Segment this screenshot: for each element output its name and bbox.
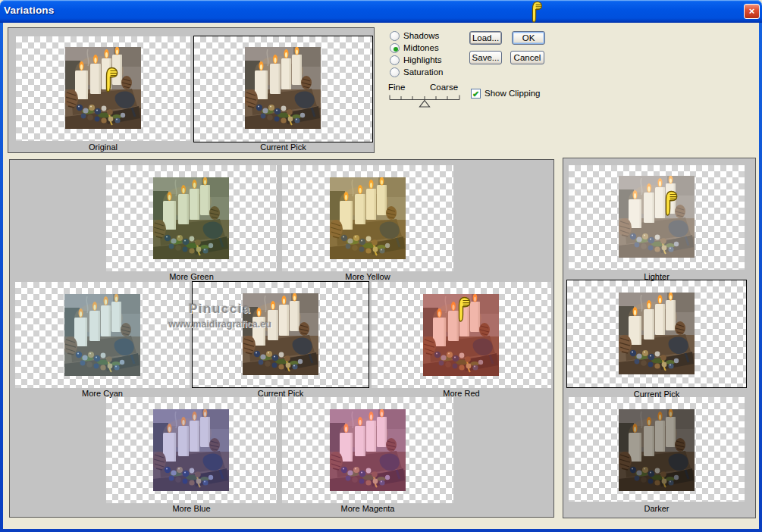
variation-thumb-more-yellow[interactable] [330,177,406,259]
variation-thumb-more-magenta[interactable] [330,409,406,491]
thumb-label-original: Original [16,142,190,153]
thumb-label-more-red: More Red [372,389,551,399]
radio-label: Midtones [403,43,439,52]
candle-photo [619,409,695,491]
candle-photo [243,293,318,375]
radio-label: Shadows [403,31,439,40]
candle-photo [65,47,141,129]
thumb-label-more-cyan: More Cyan [15,389,190,399]
slider-coarse-label: Coarse [430,83,458,92]
window-title: Variations [4,5,55,16]
window-border-right [759,23,762,530]
thumb-label-current-pick-right: Current Pick [566,390,747,400]
thumb-label-more-yellow: More Yellow [282,272,453,283]
load-button[interactable]: Load... [469,31,502,45]
ok-button[interactable]: OK [512,31,545,45]
candle-photo [64,294,140,376]
variation-thumb-more-blue[interactable] [153,409,229,491]
candle-photo [619,176,695,258]
radio-label: Highlights [403,55,442,64]
variation-thumb-more-cyan[interactable] [64,294,140,376]
titlebar[interactable]: Variations [0,0,762,23]
variation-thumb-more-green[interactable] [153,177,229,259]
thumb-label-current-pick-top: Current Pick [193,142,373,153]
variation-thumb-current-pick-right[interactable] [619,293,695,374]
thumb-label-lighter: Lighter [569,272,745,283]
variation-thumb-darker[interactable] [619,409,695,491]
variation-thumb-current-pick-top[interactable] [245,47,321,129]
radio-circle-icon [390,55,400,65]
save-button[interactable]: Save... [469,51,502,64]
thumb-label-current-pick-main: Current Pick [192,389,369,399]
radio-label: Saturation [403,67,443,77]
variation-thumb-more-red[interactable] [423,294,499,376]
fine-coarse-slider[interactable] [388,92,461,108]
window-border-bottom [0,529,762,532]
radio-circle-icon [390,31,400,41]
radio-circle-icon [390,43,400,53]
close-icon: × [749,5,755,17]
candle-photo [330,409,406,491]
show-clipping-label: Show Clipping [484,89,541,98]
slider-fine-label: Fine [388,83,405,92]
variation-thumb-lighter[interactable] [619,176,695,258]
show-clipping-checkbox[interactable]: ✔ [471,89,481,99]
cancel-button[interactable]: Cancel [510,51,544,64]
checkmark-icon: ✔ [472,89,479,99]
radio-highlights[interactable]: Highlights [390,55,481,66]
thumb-label-darker: Darker [569,504,745,515]
radio-selected-dot [394,47,398,52]
thumb-label-more-green: More Green [106,272,277,283]
thumb-label-more-magenta: More Magenta [282,504,453,515]
radio-saturation[interactable]: Saturation [390,67,481,78]
candle-photo [330,177,406,259]
candle-photo [153,177,229,259]
window-border-left [0,23,3,530]
candle-photo [245,47,321,129]
close-button[interactable]: × [744,4,760,19]
variation-thumb-current-pick-main[interactable] [243,293,318,375]
slider-thumb[interactable] [420,101,430,108]
candle-photo [153,409,229,491]
thumb-label-more-blue: More Blue [106,504,277,515]
variation-thumb-original[interactable] [65,47,141,129]
radio-midtones[interactable]: Midtones [390,43,481,54]
candle-photo [423,294,499,376]
radio-shadows[interactable]: Shadows [390,31,481,42]
candle-photo [619,293,695,374]
radio-circle-icon [390,67,400,77]
